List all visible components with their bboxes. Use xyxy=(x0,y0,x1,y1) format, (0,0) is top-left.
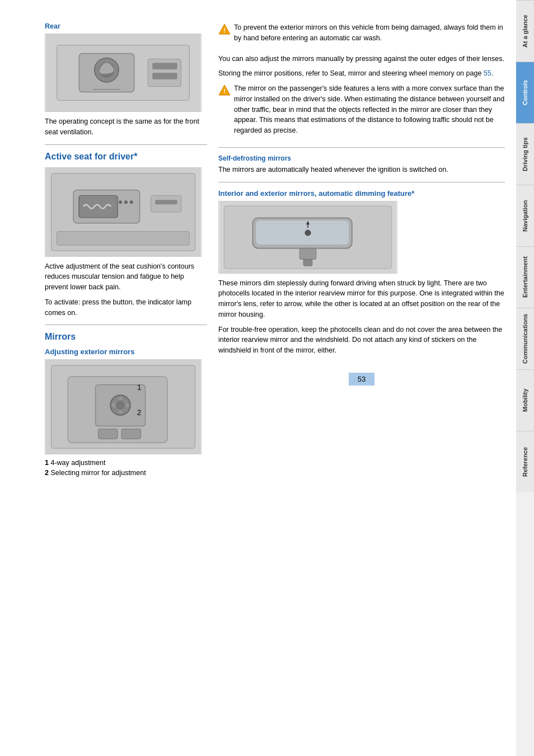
svg-rect-13 xyxy=(79,195,118,218)
svg-point-46 xyxy=(305,230,311,236)
active-seat-body2: To activate: press the button, the indic… xyxy=(45,297,207,318)
active-seat-heading: Active seat for driver* xyxy=(45,152,207,162)
tab-reference[interactable]: Reference xyxy=(516,431,534,492)
svg-rect-18 xyxy=(155,200,177,204)
self-defrost-section: Self-defrosting mirrors The mirrors are … xyxy=(218,154,505,175)
self-defrost-body: The mirrors are automatically heated whe… xyxy=(218,165,505,175)
interior-mirrors-heading: Interior and exterior mirrors, automatic… xyxy=(218,189,505,198)
svg-rect-19 xyxy=(57,231,190,245)
warning-box-2: ! The mirror on the passenger's side fea… xyxy=(218,83,505,140)
warning-text-2: The mirror on the passenger's side featu… xyxy=(234,83,505,136)
tab-navigation[interactable]: Navigation xyxy=(516,185,534,246)
page-link-55[interactable]: 55 xyxy=(484,69,491,77)
list-text-1: 4-way adjustment xyxy=(50,459,105,467)
rear-image xyxy=(45,34,202,112)
warning-text-1: To prevent the exterior mirrors on this … xyxy=(234,22,505,44)
list-text-2: Selecting mirror for adjustment xyxy=(50,469,146,477)
main-content: Rear xyxy=(0,0,516,756)
svg-rect-9 xyxy=(152,73,177,79)
tab-driving-tips[interactable]: Driving tips xyxy=(516,123,534,185)
svg-point-25 xyxy=(116,401,125,410)
warning-box-1: ! To prevent the exterior mirrors on thi… xyxy=(218,22,505,48)
divider-right-1 xyxy=(218,147,505,148)
svg-point-16 xyxy=(130,200,133,204)
svg-rect-49 xyxy=(299,248,316,259)
list-item-2: 2 Selecting mirror for adjustment xyxy=(45,469,207,477)
tab-controls[interactable]: Controls xyxy=(516,62,534,123)
interior-mirrors-image xyxy=(218,201,397,274)
interior-mirrors-section: Interior and exterior mirrors, automatic… xyxy=(218,189,505,356)
tab-mobility[interactable]: Mobility xyxy=(516,369,534,431)
svg-point-14 xyxy=(119,200,122,204)
tab-at-a-glance[interactable]: At a glance xyxy=(516,0,534,62)
divider-right-2 xyxy=(218,182,505,182)
adj-mirrors-heading: Adjusting exterior mirrors xyxy=(45,348,207,356)
right-column: ! To prevent the exterior mirrors on thi… xyxy=(218,22,505,479)
mirrors-adj-image: 1 2 xyxy=(45,359,202,454)
svg-point-15 xyxy=(124,200,128,204)
body-1: You can also adjust the mirrors manually… xyxy=(218,54,505,64)
page-number: 53 xyxy=(349,373,374,386)
active-seat-body1: Active adjustment of the seat cushion's … xyxy=(45,261,207,293)
mirrors-section: Mirrors Adjusting exterior mirrors xyxy=(45,332,207,477)
rear-section: Rear xyxy=(45,22,207,138)
svg-text:1: 1 xyxy=(137,383,142,392)
body-2: Storing the mirror positions, refer to S… xyxy=(218,68,505,79)
tab-communications[interactable]: Communications xyxy=(516,308,534,369)
seat-image xyxy=(45,167,202,257)
list-num-2: 2 xyxy=(45,469,49,477)
active-seat-section: Active seat for driver* xyxy=(45,152,207,318)
warning-icon-1: ! xyxy=(218,23,231,35)
rear-body: The operating concept is the same as for… xyxy=(45,116,207,138)
svg-text:!: ! xyxy=(223,88,226,95)
page-num-area: 53 xyxy=(218,373,505,386)
svg-rect-50 xyxy=(303,259,312,266)
interior-body-2: For trouble-free operation, keep the pho… xyxy=(218,325,505,356)
divider-2 xyxy=(45,325,207,325)
svg-rect-33 xyxy=(121,429,141,439)
divider-1 xyxy=(45,144,207,145)
self-defrost-heading: Self-defrosting mirrors xyxy=(218,154,505,162)
rear-heading: Rear xyxy=(45,22,207,30)
two-col-layout: Rear xyxy=(45,22,505,479)
svg-text:2: 2 xyxy=(137,408,142,417)
interior-body-1: These mirrors dim steplessly during forw… xyxy=(218,278,505,320)
list-num-1: 1 xyxy=(45,459,49,467)
page-container: Rear xyxy=(0,0,534,756)
sidebar-tabs: At a glance Controls Driving tips Naviga… xyxy=(516,0,534,756)
tab-entertainment[interactable]: Entertainment xyxy=(516,246,534,308)
svg-rect-32 xyxy=(99,429,118,439)
left-column: Rear xyxy=(45,22,207,479)
warning-icon-2: ! xyxy=(218,84,231,96)
svg-rect-8 xyxy=(152,63,177,69)
svg-rect-41 xyxy=(255,220,349,245)
svg-text:!: ! xyxy=(223,27,226,34)
mirrors-heading: Mirrors xyxy=(45,332,207,342)
list-item-1: 1 4-way adjustment xyxy=(45,459,207,467)
